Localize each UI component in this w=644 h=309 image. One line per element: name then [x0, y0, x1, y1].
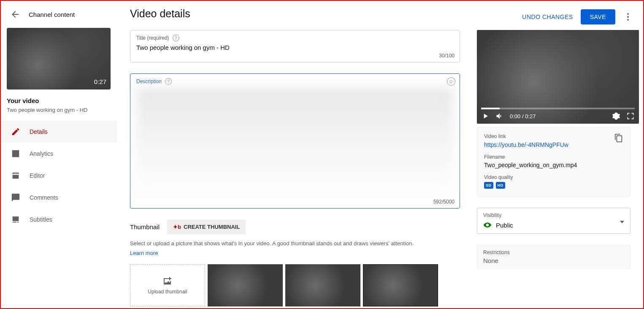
- thumbnail-option-1[interactable]: [208, 264, 283, 306]
- svg-point-2: [627, 19, 629, 21]
- sidebar: Channel content 0:27 Your video Two peop…: [1, 1, 117, 308]
- restrictions-value: None: [483, 257, 624, 264]
- play-icon[interactable]: [481, 112, 490, 120]
- your-video-title: Two people working on gym - HD: [1, 107, 117, 121]
- sidebar-item-label: Details: [30, 128, 48, 135]
- upload-thumbnail-label: Upload thumbnail: [148, 289, 187, 295]
- quality-badge-hd: HD: [496, 182, 505, 189]
- title-field-box[interactable]: Title (required) ? 30/100: [130, 30, 460, 62]
- sidebar-item-comments[interactable]: Comments: [1, 187, 117, 209]
- save-button[interactable]: SAVE: [581, 9, 615, 24]
- svg-point-1: [627, 16, 629, 18]
- sidebar-item-label: Subtitles: [30, 216, 52, 223]
- subtitles-icon: [11, 215, 20, 224]
- more-menu-icon[interactable]: [623, 12, 633, 22]
- description-label: Description: [136, 79, 162, 84]
- restrictions-box: Restrictions None: [477, 245, 630, 269]
- sidebar-item-editor[interactable]: Editor: [1, 165, 117, 187]
- title-label: Title (required): [136, 35, 169, 41]
- video-preview[interactable]: 0:00 / 0:27: [477, 30, 639, 124]
- right-panel: 0:00 / 0:27 Video link https://youtu.be/…: [477, 30, 643, 306]
- undo-changes-button[interactable]: UNDO CHANGES: [522, 14, 573, 20]
- video-thumbnail[interactable]: 0:27: [7, 28, 111, 89]
- description-textarea[interactable]: [136, 87, 454, 197]
- your-video-heading: Your video: [1, 89, 117, 107]
- title-input[interactable]: [136, 41, 454, 59]
- eye-icon: [483, 221, 492, 229]
- sidebar-item-label: Comments: [30, 194, 58, 201]
- channel-content-label[interactable]: Channel content: [29, 11, 75, 18]
- visibility-value: Public: [496, 222, 513, 229]
- quality-badge-sd: SD: [484, 182, 493, 189]
- tubebuddy-icon: ✦b: [173, 224, 181, 230]
- fullscreen-icon[interactable]: [626, 112, 635, 120]
- restrictions-label: Restrictions: [483, 249, 624, 255]
- quality-label: Video quality: [484, 174, 623, 180]
- video-link-label: Video link: [484, 133, 568, 139]
- thumbnail-option-2[interactable]: [285, 264, 360, 306]
- copy-icon[interactable]: [614, 133, 623, 143]
- create-thumbnail-label: CREATE THUMBNAIL: [184, 224, 240, 230]
- video-meta-block: Video link https://youtu.be/-4NRMNgPFUw …: [477, 127, 630, 197]
- back-arrow-icon[interactable]: [10, 9, 20, 19]
- sidebar-item-label: Editor: [30, 172, 45, 179]
- settings-icon[interactable]: [612, 112, 620, 120]
- chevron-down-icon: [620, 221, 624, 223]
- emoji-icon[interactable]: ☺: [447, 77, 455, 86]
- title-char-count: 30/100: [439, 53, 455, 59]
- thumbnail-duration: 0:27: [94, 78, 106, 85]
- svg-point-0: [627, 13, 629, 15]
- learn-more-link[interactable]: Learn more: [130, 250, 158, 256]
- help-icon[interactable]: ?: [165, 78, 172, 85]
- visibility-label: Visibility: [483, 212, 624, 218]
- volume-icon[interactable]: [495, 112, 504, 120]
- form-column: Title (required) ? 30/100 Description ? …: [130, 30, 460, 306]
- pencil-icon: [11, 127, 20, 136]
- chat-icon: [11, 193, 20, 202]
- main-content: Video details Title (required) ? 30/100: [117, 1, 643, 308]
- video-link[interactable]: https://youtu.be/-4NRMNgPFUw: [484, 141, 568, 148]
- create-thumbnail-button[interactable]: ✦b CREATE THUMBNAIL: [167, 220, 246, 234]
- sidebar-item-label: Analytics: [30, 150, 53, 157]
- image-add-icon: [162, 276, 173, 286]
- help-icon[interactable]: ?: [173, 35, 179, 41]
- visibility-dropdown[interactable]: Visibility Public: [477, 208, 630, 234]
- filename-value: Two_people_working_on_gym.mp4: [484, 162, 623, 168]
- bar-chart-icon: [11, 149, 20, 158]
- sidebar-item-subtitles[interactable]: Subtitles: [1, 209, 117, 230]
- filename-label: Filename: [484, 154, 623, 160]
- sidebar-item-details[interactable]: Details: [1, 121, 117, 143]
- thumbnail-desc: Select or upload a picture that shows wh…: [130, 240, 460, 247]
- description-field-box[interactable]: Description ? ☺ 592/5000: [130, 73, 460, 209]
- thumbnail-option-3[interactable]: [363, 264, 438, 306]
- page-title: Video details: [130, 8, 190, 20]
- clapperboard-icon: [11, 171, 20, 180]
- playback-time: 0:00 / 0:27: [510, 113, 606, 119]
- thumbnail-heading: Thumbnail: [130, 223, 160, 230]
- sidebar-item-analytics[interactable]: Analytics: [1, 143, 117, 165]
- description-char-count: 592/5000: [433, 199, 455, 205]
- upload-thumbnail-button[interactable]: Upload thumbnail: [130, 264, 205, 306]
